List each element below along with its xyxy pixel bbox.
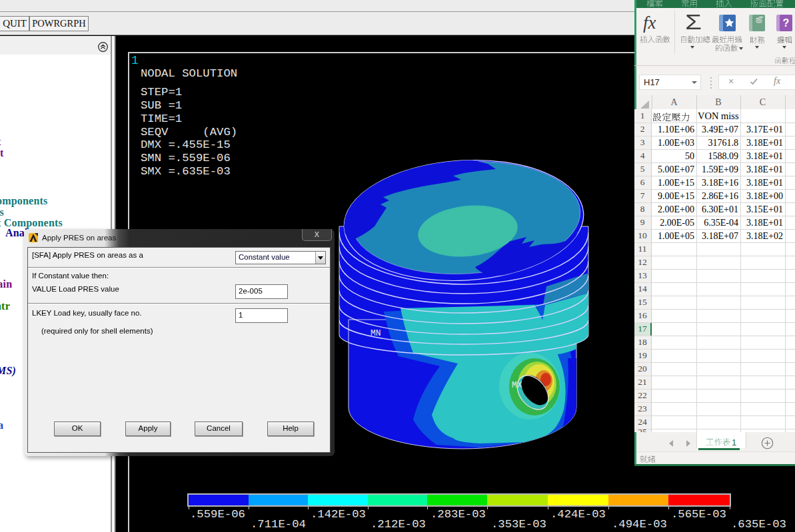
svg-text:?: ?	[783, 17, 790, 29]
svg-text:MN: MN	[371, 328, 381, 338]
svg-text:MX: MX	[512, 380, 522, 390]
